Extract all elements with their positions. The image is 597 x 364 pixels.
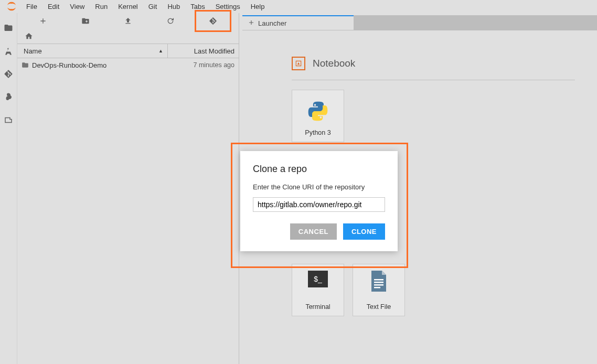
card-textfile[interactable]: Text File [353,264,405,316]
dialog-label: Enter the Clone URI of the repository [253,183,385,191]
tab-launcher-label: Launcher [258,19,286,27]
home-icon [25,32,33,40]
launcher-tab-icon [248,19,255,28]
git-tab-icon[interactable] [3,69,14,79]
clone-uri-input[interactable] [253,197,385,212]
section-notebook: Notebook Python 3 [292,57,597,142]
dialog-actions: CANCEL CLONE [253,223,385,240]
dialog-title: Clone a repo [253,164,385,175]
file-row[interactable]: DevOps-Runbook-Demo 7 minutes ago [17,58,239,72]
card-terminal-label: Terminal [305,303,330,311]
svg-rect-1 [374,282,383,283]
jupyter-logo-icon [6,1,17,12]
card-python3[interactable]: Python 3 [292,90,344,142]
clone-dialog: Clone a repo Enter the Clone URI of the … [240,151,398,251]
folder-tab-icon[interactable] [3,23,14,33]
file-browser-toolbar [17,13,239,29]
notebook-section-icon [292,57,305,70]
running-tab-icon[interactable] [3,46,14,56]
tabs-list-icon[interactable] [3,115,14,125]
section-notebook-title: Notebook [313,58,355,69]
clone-button[interactable]: CLONE [343,223,385,240]
file-list-header: Name ▲ Last Modified [17,44,239,58]
breadcrumb[interactable] [17,29,239,44]
textfile-icon [369,271,388,293]
card-python3-label: Python 3 [305,129,331,136]
terminal-icon: $_ [308,271,328,287]
tab-bar: Launcher [242,15,597,30]
sort-caret-icon: ▲ [158,48,163,53]
menu-help[interactable]: Help [246,0,270,13]
svg-rect-2 [374,284,383,286]
file-browser-panel: Name ▲ Last Modified DevOps-Runbook-Demo… [17,13,239,364]
column-modified-header[interactable]: Last Modified [168,47,239,55]
svg-rect-0 [374,279,383,281]
left-activity-rail [0,13,17,364]
file-name: DevOps-Runbook-Demo [32,61,106,69]
folder-icon [22,61,29,69]
column-name-header[interactable]: Name ▲ [17,44,168,58]
card-textfile-label: Text File [367,303,391,311]
cancel-button[interactable]: CANCEL [290,223,337,240]
card-terminal[interactable]: $_ Terminal [292,264,344,316]
file-list: DevOps-Runbook-Demo 7 minutes ago [17,58,239,364]
column-name-label: Name [24,47,42,55]
tab-launcher[interactable]: Launcher [242,15,354,30]
commands-tab-icon[interactable] [3,92,14,102]
svg-rect-3 [374,287,380,288]
python-icon [306,100,329,123]
file-modified: 7 minutes ago [193,61,234,69]
